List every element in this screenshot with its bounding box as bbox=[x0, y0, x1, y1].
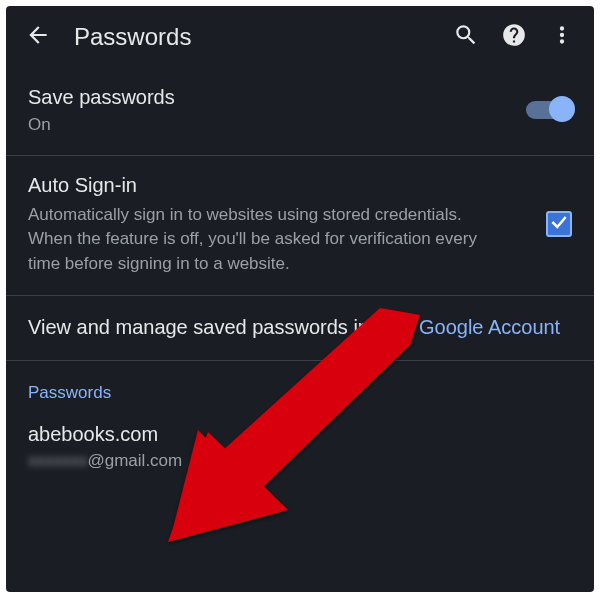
search-icon bbox=[453, 22, 479, 52]
help-icon bbox=[501, 22, 527, 52]
manage-prefix: View and manage saved passwords in your bbox=[28, 316, 419, 338]
manage-passwords-text: View and manage saved passwords in your … bbox=[28, 312, 572, 342]
auto-signin-description: Automatically sign in to websites using … bbox=[28, 203, 488, 277]
back-arrow-icon bbox=[25, 22, 51, 52]
google-account-link[interactable]: Google Account bbox=[419, 316, 560, 338]
overflow-menu-button[interactable] bbox=[538, 13, 586, 61]
save-passwords-row[interactable]: Save passwords On bbox=[6, 68, 594, 156]
passwords-settings-screen: Passwords Save passwords On bbox=[6, 6, 594, 592]
back-button[interactable] bbox=[14, 13, 62, 61]
save-passwords-toggle[interactable] bbox=[526, 101, 572, 119]
auto-signin-label: Auto Sign-in bbox=[28, 172, 530, 199]
entry-site: abebooks.com bbox=[28, 421, 572, 448]
entry-username-domain: @gmail.com bbox=[88, 451, 183, 470]
entry-username: xxxxxxx@gmail.com bbox=[28, 450, 572, 473]
check-icon bbox=[549, 212, 569, 236]
search-button[interactable] bbox=[442, 13, 490, 61]
help-button[interactable] bbox=[490, 13, 538, 61]
app-bar: Passwords bbox=[6, 6, 594, 68]
save-passwords-status: On bbox=[28, 113, 510, 137]
auto-signin-row[interactable]: Auto Sign-in Automatically sign in to we… bbox=[6, 156, 594, 296]
passwords-list-header: Passwords bbox=[6, 361, 594, 411]
auto-signin-checkbox[interactable] bbox=[546, 211, 572, 237]
page-title: Passwords bbox=[74, 23, 442, 51]
entry-username-hidden: xxxxxxx bbox=[28, 450, 88, 473]
more-vert-icon bbox=[549, 22, 575, 52]
save-passwords-label: Save passwords bbox=[28, 84, 510, 111]
manage-passwords-link-row[interactable]: View and manage saved passwords in your … bbox=[6, 296, 594, 361]
saved-password-entry[interactable]: abebooks.com xxxxxxx@gmail.com bbox=[6, 411, 594, 487]
